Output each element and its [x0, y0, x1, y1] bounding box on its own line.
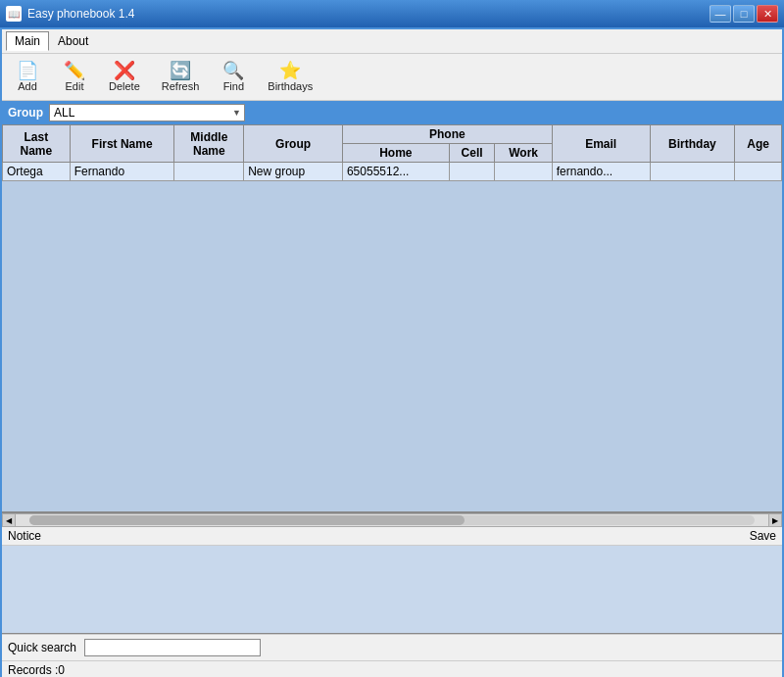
window-title: Easy phonebook 1.4 [27, 7, 134, 21]
records-label: Records :0 [8, 663, 65, 677]
close-button[interactable]: ✕ [757, 5, 778, 23]
col-first-name: First Name [70, 125, 174, 163]
table-row[interactable]: Ortega Fernando New group 65055512... fe… [3, 163, 782, 181]
toolbar: 📄 Add ✏️ Edit ❌ Delete 🔄 Refresh 🔍 Find … [2, 54, 782, 101]
menu-item-main[interactable]: Main [6, 31, 49, 51]
col-last-name: LastName [3, 125, 71, 163]
col-age: Age [735, 125, 782, 163]
cell-middle-name [174, 163, 244, 181]
maximize-button[interactable]: □ [733, 5, 755, 23]
cell-last-name: Ortega [3, 163, 71, 181]
table-header-row-1: LastName First Name MiddleName Group Pho… [3, 125, 782, 144]
col-phone-work: Work [495, 144, 552, 163]
cell-age [735, 163, 782, 181]
group-bar: Group ALL New group Work [2, 101, 782, 124]
col-phone-group: Phone [342, 125, 552, 144]
col-phone-home: Home [342, 144, 449, 163]
notice-label: Notice [8, 529, 41, 543]
records-bar: Records :0 [2, 660, 782, 677]
cell-phone-home: 65055512... [342, 163, 449, 181]
find-icon: 🔍 [222, 62, 244, 79]
quick-search-bar: Quick search [2, 634, 782, 660]
cell-birthday [650, 163, 735, 181]
col-middle-name: MiddleName [174, 125, 244, 163]
scroll-right-button[interactable]: ▶ [768, 513, 782, 527]
title-bar: 📖 Easy phonebook 1.4 — □ ✕ [0, 0, 784, 27]
scroll-left-button[interactable]: ◀ [2, 513, 16, 527]
cell-phone-work [495, 163, 552, 181]
col-group: Group [244, 125, 343, 163]
birthdays-icon: ⭐ [279, 62, 301, 79]
cell-first-name: Fernando [70, 163, 174, 181]
col-birthday: Birthday [650, 125, 735, 163]
add-button[interactable]: 📄 Add [8, 58, 47, 96]
cell-group: New group [244, 163, 343, 181]
birthdays-label: Birthdays [268, 80, 313, 92]
delete-label: Delete [109, 80, 140, 92]
delete-button[interactable]: ❌ Delete [102, 58, 147, 96]
group-select-wrap: ALL New group Work [49, 104, 245, 121]
scrollbar-area: ◀ ▶ [2, 513, 782, 527]
main-window: Main About 📄 Add ✏️ Edit ❌ Delete 🔄 Refr… [0, 27, 784, 677]
edit-label: Edit [66, 80, 84, 92]
cell-phone-cell [449, 163, 495, 181]
main-layout: Main About 📄 Add ✏️ Edit ❌ Delete 🔄 Refr… [2, 29, 782, 677]
notice-bar: Notice Save [2, 527, 782, 546]
menu-item-about[interactable]: About [49, 31, 97, 51]
col-email: Email [552, 125, 650, 163]
group-label: Group [8, 106, 43, 120]
edit-icon: ✏️ [64, 62, 85, 79]
title-bar-controls: — □ ✕ [710, 5, 778, 23]
quick-search-label: Quick search [8, 641, 76, 654]
refresh-icon: 🔄 [170, 62, 191, 79]
content-area: LastName First Name MiddleName Group Pho… [2, 124, 782, 677]
cell-email: fernando... [552, 163, 650, 181]
save-button[interactable]: Save [750, 529, 776, 543]
refresh-button[interactable]: 🔄 Refresh [155, 58, 207, 96]
scrollbar-track[interactable] [29, 515, 755, 525]
menu-bar: Main About [2, 29, 782, 54]
find-label: Find [223, 80, 244, 92]
birthdays-button[interactable]: ⭐ Birthdays [261, 58, 319, 96]
delete-icon: ❌ [114, 62, 135, 79]
bottom-section: Notice Save Quick search Records :0 [2, 527, 782, 677]
find-button[interactable]: 🔍 Find [214, 58, 253, 96]
refresh-label: Refresh [162, 80, 200, 92]
add-label: Add [18, 80, 37, 92]
table-container[interactable]: LastName First Name MiddleName Group Pho… [2, 124, 782, 513]
col-phone-cell: Cell [449, 144, 495, 163]
edit-button[interactable]: ✏️ Edit [55, 58, 94, 96]
notice-area[interactable] [2, 546, 782, 634]
group-select[interactable]: ALL New group Work [49, 104, 245, 121]
contacts-tbody: Ortega Fernando New group 65055512... fe… [3, 163, 782, 181]
title-bar-left: 📖 Easy phonebook 1.4 [6, 6, 134, 22]
quick-search-input[interactable] [84, 639, 261, 656]
add-icon: 📄 [17, 62, 38, 79]
app-icon: 📖 [6, 6, 22, 22]
contacts-table: LastName First Name MiddleName Group Pho… [2, 124, 782, 181]
minimize-button[interactable]: — [710, 5, 731, 23]
